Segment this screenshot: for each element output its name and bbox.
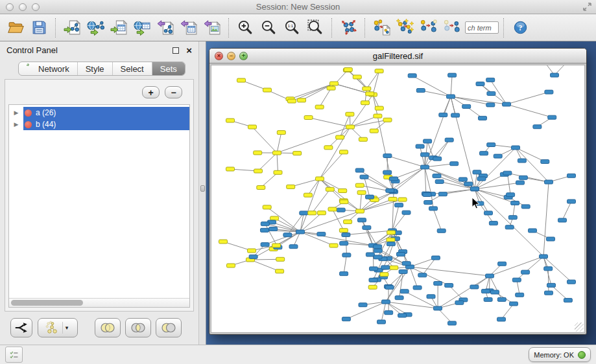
memory-status-button[interactable]: Memory: OK xyxy=(529,347,591,362)
zoom-in-button[interactable] xyxy=(233,16,257,40)
svg-text:1:1: 1:1 xyxy=(287,24,292,28)
tab-style[interactable]: Style xyxy=(78,62,113,75)
toolbar-separator xyxy=(331,18,332,38)
import-network-file-button[interactable] xyxy=(60,16,84,40)
sets-toolbar: ▾ xyxy=(0,315,198,345)
network-tab-icon xyxy=(27,63,35,74)
show-all-button[interactable] xyxy=(440,16,463,40)
control-panel-title: Control Panel xyxy=(6,45,173,55)
export-network-button[interactable] xyxy=(154,16,177,40)
import-table-url-button[interactable] xyxy=(130,16,154,40)
set-label: b (44) xyxy=(36,120,56,129)
tab-sets[interactable]: Sets xyxy=(152,62,185,75)
remove-set-button[interactable]: − xyxy=(165,86,182,98)
task-history-button[interactable] xyxy=(5,347,23,363)
zoom-out-button[interactable] xyxy=(257,16,280,40)
tab-select[interactable]: Select xyxy=(113,62,152,75)
network-window-titlebar[interactable]: galFiltered.sif xyxy=(209,49,586,63)
open-file-button[interactable] xyxy=(4,16,27,40)
difference-button[interactable] xyxy=(156,318,182,337)
list-item-set-b[interactable]: ▶ b (44) xyxy=(9,119,189,130)
save-session-button[interactable] xyxy=(27,16,51,40)
toolbar-separator xyxy=(55,18,56,38)
toolbar-separator xyxy=(364,18,365,38)
tab-network[interactable]: Network xyxy=(19,62,78,75)
scrollbar-thumb[interactable] xyxy=(11,300,83,306)
expander-icon[interactable]: ▶ xyxy=(9,109,23,116)
zoom-actual-size-button[interactable]: 1:1 xyxy=(280,16,304,40)
help-button[interactable]: ? xyxy=(508,16,532,40)
list-item-set-a[interactable]: ▶ a (26) xyxy=(9,107,189,119)
import-network-url-button[interactable] xyxy=(84,16,107,40)
main-area: Control Panel × Network Style Select Set… xyxy=(0,41,596,345)
toolbar-separator xyxy=(503,18,504,38)
network-graph[interactable] xyxy=(211,65,585,332)
control-panel: Control Panel × Network Style Select Set… xyxy=(0,41,198,345)
set-label: a (26) xyxy=(36,108,56,117)
export-table-button[interactable] xyxy=(177,16,200,40)
toolbar-separator xyxy=(228,18,229,38)
export-image-button[interactable] xyxy=(200,16,224,40)
network-window-title: galFiltered.sif xyxy=(209,51,586,61)
new-network-from-selection-button[interactable] xyxy=(370,16,393,40)
panel-divider[interactable] xyxy=(198,41,206,345)
hide-selected-button[interactable] xyxy=(416,16,440,40)
set-color-icon xyxy=(25,109,32,117)
divider-grip-icon[interactable] xyxy=(200,185,205,192)
split-sets-button[interactable] xyxy=(10,318,32,337)
status-bar: Memory: OK xyxy=(0,345,596,364)
toolbar-buttons: 1:1 xyxy=(4,16,463,40)
network-desktop: galFiltered.sif xyxy=(206,41,596,345)
application-window: Session: New Session 1:1 ? Control Panel… xyxy=(0,0,596,364)
tab-network-label: Network xyxy=(38,64,69,74)
svg-text:?: ? xyxy=(518,24,522,32)
select-first-neighbors-button[interactable] xyxy=(393,16,416,40)
close-panel-icon[interactable]: × xyxy=(186,47,192,54)
network-view[interactable] xyxy=(211,65,585,333)
network-window-zoom-button[interactable] xyxy=(239,52,248,60)
apply-preferred-layout-button[interactable] xyxy=(337,16,360,40)
window-resize-grip[interactable] xyxy=(575,323,584,332)
window-titlebar[interactable]: Session: New Session xyxy=(0,0,596,14)
expander-icon[interactable]: ▶ xyxy=(9,121,23,128)
fullscreen-icon[interactable] xyxy=(582,2,592,14)
sets-actions: + − xyxy=(8,84,190,104)
search-input[interactable] xyxy=(465,21,499,34)
network-window-controls xyxy=(209,52,248,60)
set-color-icon xyxy=(25,121,32,128)
zoom-selected-region-button[interactable] xyxy=(304,16,327,40)
add-set-button[interactable]: + xyxy=(142,86,160,98)
window-title: Session: New Session xyxy=(0,2,596,12)
horizontal-scrollbar[interactable] xyxy=(9,298,189,307)
set-layout-button[interactable]: ▾ xyxy=(38,318,78,337)
sets-rows: ▶ a (26) ▶ b (44) xyxy=(9,105,189,298)
control-panel-header: Control Panel × xyxy=(0,41,198,59)
float-panel-icon[interactable] xyxy=(173,47,179,54)
memory-status-label: Memory: OK xyxy=(534,351,574,359)
network-window-minimize-button[interactable] xyxy=(227,52,235,60)
network-window-close-button[interactable] xyxy=(215,52,223,60)
import-table-file-button[interactable] xyxy=(107,16,130,40)
union-button[interactable] xyxy=(95,318,121,337)
tab-style-label: Style xyxy=(86,64,104,74)
chevron-down-icon[interactable]: ▾ xyxy=(62,322,71,334)
tab-sets-label: Sets xyxy=(160,64,177,74)
control-panel-tabs: Network Style Select Sets xyxy=(18,62,185,76)
memory-ok-icon xyxy=(578,351,586,359)
tab-select-label: Select xyxy=(121,64,144,74)
sets-list: ▶ a (26) ▶ b (44) xyxy=(8,104,190,308)
sets-panel: + − ▶ a (26) ▶ xyxy=(5,79,194,312)
main-toolbar: 1:1 ? xyxy=(0,14,596,41)
intersection-button[interactable] xyxy=(125,318,151,337)
network-window[interactable]: galFiltered.sif xyxy=(209,48,587,335)
